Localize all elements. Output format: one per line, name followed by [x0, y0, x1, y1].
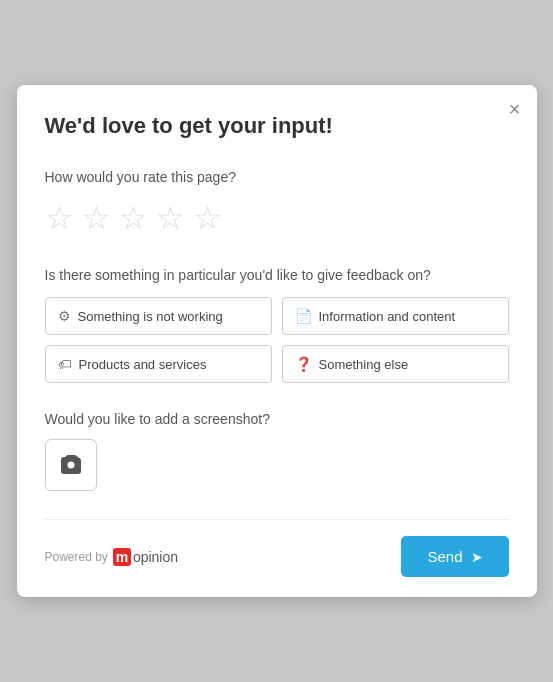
information-label: Information and content	[319, 309, 456, 324]
mopinion-logo: m opinion	[113, 548, 178, 566]
camera-icon	[59, 453, 83, 477]
rating-label: How would you rate this page?	[45, 169, 509, 185]
star-rating[interactable]: ☆ ☆ ☆ ☆ ☆	[45, 199, 509, 237]
brand-name: opinion	[133, 549, 178, 565]
brand-letter: m	[113, 548, 131, 566]
products-label: Products and services	[79, 357, 207, 372]
star-5[interactable]: ☆	[193, 199, 222, 237]
feedback-options: ⚙ Something is not working 📄 Information…	[45, 297, 509, 383]
star-4[interactable]: ☆	[156, 199, 185, 237]
close-button[interactable]: ×	[509, 99, 521, 119]
star-3[interactable]: ☆	[119, 199, 148, 237]
screenshot-button[interactable]	[45, 439, 97, 491]
powered-by-label: Powered by	[45, 550, 108, 564]
modal-title: We'd love to get your input!	[45, 113, 509, 139]
screenshot-label: Would you like to add a screenshot?	[45, 411, 509, 427]
feedback-products[interactable]: 🏷 Products and services	[45, 345, 272, 383]
feedback-label: Is there something in particular you'd l…	[45, 267, 509, 283]
star-2[interactable]: ☆	[82, 199, 111, 237]
footer: Powered by m opinion Send ➤	[45, 536, 509, 577]
not-working-label: Something is not working	[78, 309, 223, 324]
products-icon: 🏷	[58, 356, 72, 372]
divider	[45, 519, 509, 520]
send-button[interactable]: Send ➤	[401, 536, 508, 577]
send-icon: ➤	[471, 549, 483, 565]
something-else-label: Something else	[319, 357, 409, 372]
feedback-information[interactable]: 📄 Information and content	[282, 297, 509, 335]
star-1[interactable]: ☆	[45, 199, 74, 237]
powered-by: Powered by m opinion	[45, 548, 179, 566]
feedback-not-working[interactable]: ⚙ Something is not working	[45, 297, 272, 335]
information-icon: 📄	[295, 308, 312, 324]
feedback-modal: × We'd love to get your input! How would…	[17, 85, 537, 597]
not-working-icon: ⚙	[58, 308, 71, 324]
send-label: Send	[427, 548, 462, 565]
something-else-icon: ❓	[295, 356, 312, 372]
feedback-something-else[interactable]: ❓ Something else	[282, 345, 509, 383]
